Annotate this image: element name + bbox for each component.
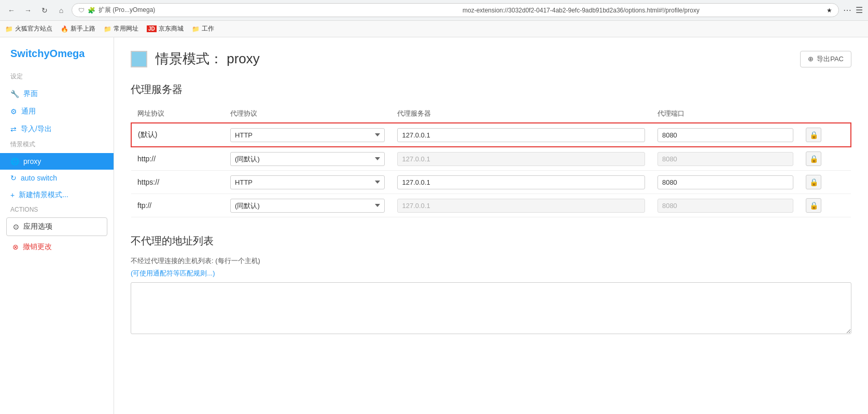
proxy-protocol-select-default[interactable]: HTTP HTTPS SOCKS4 SOCKS5 bbox=[230, 128, 385, 142]
gear-icon: ⚙ bbox=[10, 107, 17, 116]
proxy-protocol-select-http[interactable]: (同默认) HTTP HTTPS SOCKS4 SOCKS5 bbox=[230, 152, 385, 166]
table-header-row: 网址协议 代理协议 代理服务器 代理端口 bbox=[131, 105, 851, 123]
bypass-description: 不经过代理连接的主机列表: (每行一个主机) bbox=[131, 256, 851, 266]
row-proxy-port-ftp bbox=[651, 194, 800, 217]
refresh-icon: ↻ bbox=[10, 174, 17, 182]
proxy-protocol-select-ftp[interactable]: (同默认) HTTP HTTPS SOCKS4 SOCKS5 bbox=[230, 199, 385, 213]
bookmark-label: 新手上路 bbox=[71, 24, 95, 33]
home-button[interactable]: ⌂ bbox=[55, 4, 67, 17]
proxy-table: 网址协议 代理协议 代理服务器 代理端口 (默认) HTTP bbox=[131, 105, 851, 217]
row-proxy-protocol-default[interactable]: HTTP HTTPS SOCKS4 SOCKS5 bbox=[224, 123, 391, 147]
row-proxy-protocol-https[interactable]: (同默认) HTTP HTTPS SOCKS4 SOCKS5 bbox=[224, 171, 391, 194]
sidebar-item-auto-switch[interactable]: ↻ auto switch bbox=[0, 170, 114, 186]
row-lock-ftp[interactable]: 🔒 bbox=[800, 194, 851, 217]
folder-icon: 📁 bbox=[192, 25, 200, 33]
sidebar-item-label: 界面 bbox=[23, 89, 38, 99]
proxy-server-input-ftp bbox=[397, 199, 645, 213]
row-proxy-port-default[interactable] bbox=[651, 123, 800, 147]
app-body: SwitchyOmega 设定 🔧 界面 ⚙ 通用 ⇄ 导入/导出 情景模式 🌐… bbox=[0, 37, 868, 414]
jd-icon: JD bbox=[147, 25, 157, 32]
bookmark-label: 常用网址 bbox=[114, 24, 138, 33]
bypass-textarea[interactable] bbox=[131, 282, 851, 334]
sidebar-item-label: 撤销更改 bbox=[23, 242, 52, 252]
row-lock-http[interactable]: 🔒 bbox=[800, 147, 851, 171]
proxy-server-input-http bbox=[397, 152, 645, 166]
col-header-protocol: 网址协议 bbox=[131, 105, 224, 123]
sidebar-item-label: 新建情景模式... bbox=[19, 190, 68, 200]
bookmark-label: 工作 bbox=[202, 24, 214, 33]
col-header-proxy-port: 代理端口 bbox=[651, 105, 800, 123]
fire-icon: 🔥 bbox=[61, 25, 68, 33]
wrench-icon: 🔧 bbox=[10, 90, 19, 98]
sidebar: SwitchyOmega 设定 🔧 界面 ⚙ 通用 ⇄ 导入/导出 情景模式 🌐… bbox=[0, 37, 114, 414]
export-pac-button[interactable]: ⊕ 导出PAC bbox=[800, 51, 851, 67]
bookmark-commonurls[interactable]: 📁 常用网址 bbox=[104, 24, 138, 33]
forward-button[interactable]: → bbox=[22, 4, 34, 17]
proxy-server-input-default[interactable] bbox=[397, 128, 645, 142]
proxy-port-input-ftp bbox=[657, 199, 794, 213]
sidebar-item-proxy[interactable]: 🌐 proxy bbox=[0, 153, 114, 170]
main-content: 情景模式： proxy ⊕ 导出PAC 代理服务器 网址协议 代理协议 代理服务… bbox=[114, 37, 868, 414]
profile-color-box bbox=[131, 51, 147, 67]
bypass-section-title: 不代理的地址列表 bbox=[131, 234, 851, 248]
bookmark-label: 火狐官方站点 bbox=[15, 24, 52, 33]
bookmark-foxofficial[interactable]: 📁 火狐官方站点 bbox=[5, 24, 52, 33]
proxy-port-input-https[interactable] bbox=[657, 175, 794, 189]
sidebar-item-new-profile[interactable]: + 新建情景模式... bbox=[0, 186, 114, 204]
arrows-icon: ⇄ bbox=[10, 125, 17, 133]
page-title: 情景模式： proxy bbox=[156, 50, 260, 68]
folder-icon: 📁 bbox=[5, 25, 13, 33]
sidebar-item-label: 导入/导出 bbox=[21, 125, 52, 134]
table-row: (默认) HTTP HTTPS SOCKS4 SOCKS5 bbox=[131, 123, 851, 147]
proxy-section-title: 代理服务器 bbox=[131, 82, 851, 96]
row-protocol-https: https:// bbox=[131, 171, 224, 194]
address-url: moz-extension://3032d0f2-0417-4ab2-9efc-… bbox=[463, 7, 823, 14]
bookmark-newuser[interactable]: 🔥 新手上路 bbox=[61, 24, 95, 33]
row-proxy-port-http bbox=[651, 147, 800, 171]
table-row: https:// (同默认) HTTP HTTPS SOCKS4 SOCKS5 bbox=[131, 171, 851, 194]
bookmark-work[interactable]: 📁 工作 bbox=[192, 24, 214, 33]
row-proxy-protocol-http[interactable]: (同默认) HTTP HTTPS SOCKS4 SOCKS5 bbox=[224, 147, 391, 171]
row-proxy-protocol-ftp[interactable]: (同默认) HTTP HTTPS SOCKS4 SOCKS5 bbox=[224, 194, 391, 217]
row-proxy-port-https[interactable] bbox=[651, 171, 800, 194]
star-icon[interactable]: ★ bbox=[827, 7, 832, 14]
page-header: 情景模式： proxy ⊕ 导出PAC bbox=[131, 50, 851, 68]
table-row: ftp:// (同默认) HTTP HTTPS SOCKS4 SOCKS5 bbox=[131, 194, 851, 217]
sidebar-item-label: 应用选项 bbox=[23, 222, 52, 231]
row-proxy-server-http bbox=[391, 147, 651, 171]
more-icon[interactable]: ⋯ bbox=[843, 5, 851, 15]
address-text: 扩展 (Pro...yOmega) bbox=[99, 6, 459, 15]
row-proxy-server-default[interactable] bbox=[391, 123, 651, 147]
lock-button-default[interactable]: 🔒 bbox=[806, 128, 821, 142]
lock-button-https[interactable]: 🔒 bbox=[806, 175, 821, 189]
sidebar-item-interface[interactable]: 🔧 界面 bbox=[0, 85, 114, 103]
sidebar-item-general[interactable]: ⚙ 通用 bbox=[0, 103, 114, 120]
sidebar-item-label: auto switch bbox=[21, 174, 57, 182]
lock-button-ftp[interactable]: 🔒 bbox=[806, 198, 821, 213]
col-header-proxy-protocol: 代理协议 bbox=[224, 105, 391, 123]
cancel-icon: ⊗ bbox=[12, 243, 19, 251]
sidebar-profiles-label: 情景模式 bbox=[0, 138, 114, 151]
proxy-port-input-default[interactable] bbox=[657, 128, 794, 142]
sidebar-brand[interactable]: SwitchyOmega bbox=[0, 46, 114, 70]
row-protocol-ftp: ftp:// bbox=[131, 194, 224, 217]
row-lock-https[interactable]: 🔒 bbox=[800, 171, 851, 194]
back-button[interactable]: ← bbox=[5, 4, 18, 17]
lock-button-http[interactable]: 🔒 bbox=[806, 151, 821, 166]
sidebar-item-apply[interactable]: ⊙ 应用选项 bbox=[6, 217, 107, 236]
address-bar[interactable]: 🛡 🧩 扩展 (Pro...yOmega) moz-extension://30… bbox=[72, 3, 839, 17]
proxy-port-input-http bbox=[657, 152, 794, 166]
toolbar-right: ⋯ ☰ bbox=[843, 5, 863, 15]
sidebar-item-import-export[interactable]: ⇄ 导入/导出 bbox=[0, 120, 114, 138]
page-title-area: 情景模式： proxy bbox=[131, 50, 260, 68]
row-proxy-server-https[interactable] bbox=[391, 171, 651, 194]
proxy-protocol-select-https[interactable]: (同默认) HTTP HTTPS SOCKS4 SOCKS5 bbox=[230, 175, 385, 189]
bookmark-jd[interactable]: JD 京东商城 bbox=[147, 24, 184, 33]
table-row: http:// (同默认) HTTP HTTPS SOCKS4 SOCKS5 bbox=[131, 147, 851, 171]
bypass-link[interactable]: (可使用通配符等匹配规则...) bbox=[131, 269, 215, 277]
sidebar-item-cancel[interactable]: ⊗ 撤销更改 bbox=[0, 238, 114, 256]
sidebar-toggle-icon[interactable]: ☰ bbox=[856, 5, 863, 15]
row-lock-default[interactable]: 🔒 bbox=[800, 123, 851, 147]
proxy-server-input-https[interactable] bbox=[397, 175, 645, 189]
reload-button[interactable]: ↻ bbox=[38, 4, 51, 17]
